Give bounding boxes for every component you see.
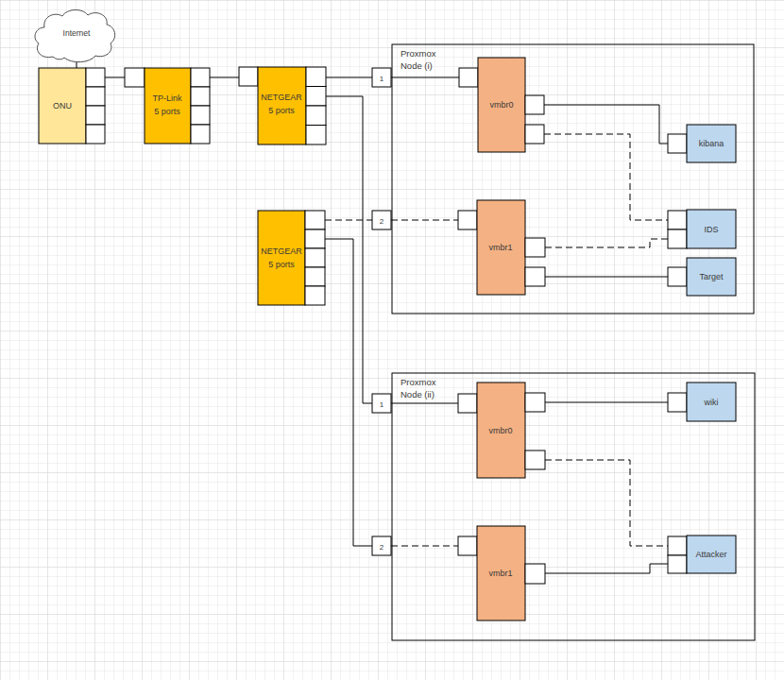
node2-vmbr1-label: vmbr1: [488, 569, 512, 578]
netgear1-port-4[interactable]: [306, 126, 326, 145]
node1-vmbr1-label: vmbr1: [488, 243, 512, 252]
kibana-port[interactable]: [668, 134, 687, 153]
node1-title-line2: Node (i): [401, 60, 433, 71]
ids-port-2[interactable]: [668, 230, 687, 248]
onu-port-3[interactable]: [86, 106, 105, 125]
node2-uplink2-label: 2: [380, 543, 384, 552]
node2-vmbr0-port-right2[interactable]: [525, 450, 545, 469]
tplink-name: TP-Link: [152, 94, 182, 103]
wiki-port[interactable]: [668, 393, 687, 412]
tplink-port-2[interactable]: [191, 87, 210, 106]
node2-vmbr1-port-left[interactable]: [458, 536, 477, 555]
node1-vmbr0-port-right1[interactable]: [525, 95, 544, 114]
internet-label: Internet: [63, 28, 91, 38]
node2-title-line2: Node (ii): [401, 389, 435, 400]
tplink-ports-label: 5 ports: [154, 107, 180, 116]
tplink-box[interactable]: [145, 68, 191, 144]
onu-port-1[interactable]: [86, 68, 105, 87]
netgear2-switch[interactable]: NETGEAR 5 ports: [258, 211, 325, 305]
node1-uplink1-label: 1: [380, 75, 384, 83]
netgear2-port-4[interactable]: [305, 267, 325, 286]
netgear2-name: NETGEAR: [261, 246, 302, 256]
attacker-port-2[interactable]: [668, 555, 687, 573]
node2-vmbr0-port-right1[interactable]: [525, 393, 545, 412]
internet-cloud[interactable]: Internet: [35, 9, 115, 61]
node1-vmbr0-port-left[interactable]: [459, 68, 478, 87]
onu-port-2[interactable]: [86, 87, 105, 106]
tplink-port-left[interactable]: [125, 68, 145, 87]
attacker-label: Attacker: [695, 550, 726, 559]
tplink-port-1[interactable]: [191, 68, 210, 87]
node2-vmbr1-port-right[interactable]: [525, 564, 545, 584]
netgear1-ports-label: 5 ports: [268, 106, 295, 115]
onu-device[interactable]: ONU: [39, 68, 105, 144]
netgear2-port-2[interactable]: [305, 230, 325, 248]
node1-vmbr1-port-right1[interactable]: [525, 238, 545, 257]
node1-vmbr0-port-right2[interactable]: [525, 125, 544, 144]
netgear2-ports-label: 5 ports: [268, 260, 295, 269]
node1-title-line1: Proxmox: [401, 48, 436, 59]
netgear1-port-left[interactable]: [239, 67, 258, 86]
netgear2-port-3[interactable]: [305, 248, 325, 267]
target-port[interactable]: [668, 267, 687, 286]
node2-vmbr0-label: vmbr0: [488, 426, 512, 435]
node2-title-line1: Proxmox: [401, 377, 436, 387]
onu-label: ONU: [53, 101, 72, 110]
node1-vmbr0-label: vmbr0: [489, 100, 513, 110]
node2-vmbr0-port-left[interactable]: [458, 394, 477, 413]
netgear1-port-2[interactable]: [306, 87, 326, 107]
netgear1-port-1[interactable]: [306, 67, 326, 87]
netgear1-port-3[interactable]: [306, 106, 326, 126]
ids-label: IDS: [704, 225, 718, 234]
tplink-port-4[interactable]: [191, 125, 210, 144]
node1-vmbr1-port-left[interactable]: [458, 211, 477, 230]
onu-port-4[interactable]: [86, 125, 105, 144]
netgear2-port-5[interactable]: [305, 286, 325, 305]
kibana-label: kibana: [699, 139, 724, 148]
diagram-canvas: Internet ONU TP-Link 5 ports NETGEAR 5 p…: [0, 0, 784, 680]
wiki-label: wiki: [704, 398, 719, 407]
netgear2-port-1[interactable]: [305, 211, 325, 230]
target-label: Target: [699, 272, 724, 281]
netgear2-box[interactable]: [258, 211, 305, 305]
node1-uplink2-label: 2: [380, 217, 384, 226]
ids-port-1[interactable]: [668, 211, 687, 230]
node1-vmbr1-port-right2[interactable]: [525, 267, 545, 286]
tplink-port-3[interactable]: [191, 106, 210, 125]
netgear1-name: NETGEAR: [261, 93, 302, 102]
attacker-port-1[interactable]: [668, 536, 687, 555]
node2-uplink1-label: 1: [380, 400, 384, 409]
